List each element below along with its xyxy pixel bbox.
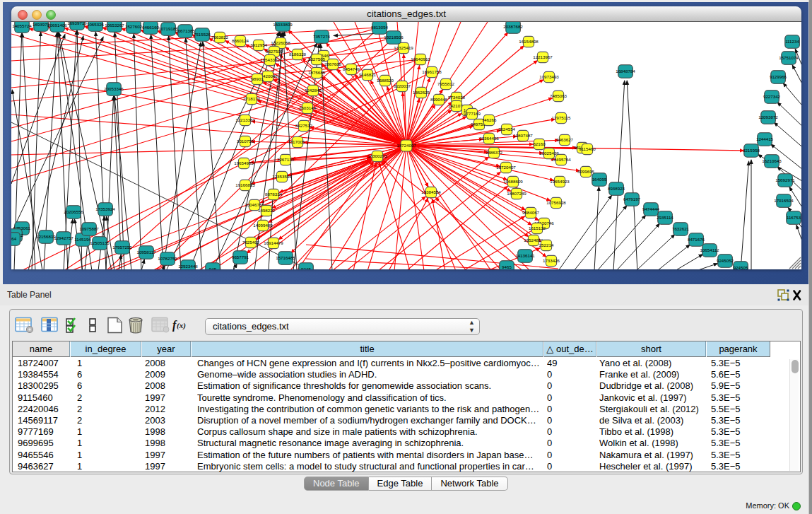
svg-text:7625402: 7625402 bbox=[242, 240, 260, 245]
svg-text:15692971: 15692971 bbox=[775, 177, 795, 182]
svg-text:8813054: 8813054 bbox=[371, 25, 389, 30]
svg-text:18807249: 18807249 bbox=[507, 191, 526, 196]
svg-text:19654923: 19654923 bbox=[550, 179, 570, 184]
svg-text:17353924: 17353924 bbox=[95, 206, 115, 211]
svg-text:12213363: 12213363 bbox=[235, 117, 255, 122]
svg-text:8878334: 8878334 bbox=[265, 192, 283, 197]
svg-text:17957255: 17957255 bbox=[112, 245, 132, 250]
svg-text:10688609: 10688609 bbox=[503, 179, 523, 184]
svg-text:1588520: 1588520 bbox=[377, 78, 394, 83]
svg-text:1615132: 1615132 bbox=[529, 226, 546, 230]
svg-text:20364436: 20364436 bbox=[479, 136, 499, 141]
svg-text:17016504: 17016504 bbox=[774, 198, 794, 203]
svg-text:3215958: 3215958 bbox=[743, 148, 760, 153]
svg-text:9245052: 9245052 bbox=[717, 258, 734, 263]
svg-text:16154808: 16154808 bbox=[519, 39, 539, 44]
svg-text:2867608: 2867608 bbox=[324, 62, 342, 66]
svg-text:13325419: 13325419 bbox=[394, 45, 413, 50]
svg-text:16543362: 16543362 bbox=[260, 57, 280, 62]
svg-text:8660124: 8660124 bbox=[232, 38, 249, 43]
svg-text:8990448: 8990448 bbox=[430, 97, 448, 102]
svg-text:15720407: 15720407 bbox=[496, 165, 516, 170]
svg-text:8471676: 8471676 bbox=[688, 237, 705, 242]
svg-text:7663822: 7663822 bbox=[211, 35, 229, 40]
svg-text:10782759: 10782759 bbox=[158, 256, 177, 261]
svg-text:14099489: 14099489 bbox=[253, 223, 273, 228]
svg-text:164: 164 bbox=[11, 236, 17, 241]
svg-text:7632621: 7632621 bbox=[672, 226, 690, 231]
svg-text:18300273: 18300273 bbox=[367, 153, 387, 158]
svg-text:8186328: 8186328 bbox=[289, 52, 307, 57]
svg-text:9227342: 9227342 bbox=[763, 94, 781, 99]
svg-text:14136141: 14136141 bbox=[515, 253, 535, 258]
svg-text:10025438: 10025438 bbox=[539, 151, 559, 156]
svg-text:20387682: 20387682 bbox=[503, 24, 523, 29]
svg-text:6099695: 6099695 bbox=[577, 169, 595, 174]
svg-text:1065326: 1065326 bbox=[87, 22, 105, 27]
svg-text:10756928: 10756928 bbox=[546, 200, 566, 205]
svg-text:9115460: 9115460 bbox=[579, 146, 596, 151]
svg-text:9734028: 9734028 bbox=[448, 95, 466, 100]
svg-text:12942757: 12942757 bbox=[54, 235, 73, 240]
svg-text:19384554: 19384554 bbox=[421, 189, 441, 194]
svg-text:3624554: 3624554 bbox=[498, 127, 516, 132]
svg-text:10653267: 10653267 bbox=[105, 23, 124, 28]
svg-text:9146821: 9146821 bbox=[359, 72, 377, 77]
svg-text:12505135: 12505135 bbox=[90, 240, 110, 245]
svg-text:9657791: 9657791 bbox=[232, 255, 249, 259]
svg-text:6466160: 6466160 bbox=[142, 25, 160, 30]
svg-text:12213967: 12213967 bbox=[533, 54, 553, 59]
svg-text:8427512: 8427512 bbox=[295, 123, 313, 128]
svg-text:10975887: 10975887 bbox=[79, 226, 99, 231]
svg-text:2603144: 2603144 bbox=[299, 105, 317, 110]
svg-text:10958117: 10958117 bbox=[136, 250, 156, 255]
svg-text:945: 945 bbox=[209, 267, 217, 269]
svg-text:7485063: 7485063 bbox=[550, 93, 567, 98]
svg-text:10807487: 10807487 bbox=[513, 133, 533, 138]
svg-text:18640910: 18640910 bbox=[411, 57, 430, 62]
svg-text:116753: 116753 bbox=[787, 215, 801, 220]
svg-text:164095: 164095 bbox=[592, 177, 607, 182]
svg-text:8938923: 8938923 bbox=[608, 186, 625, 191]
svg-text:16939719: 16939719 bbox=[67, 22, 87, 25]
svg-text:19166825: 19166825 bbox=[235, 182, 255, 187]
svg-text:924505: 924505 bbox=[734, 265, 748, 269]
svg-text:9245: 9245 bbox=[301, 267, 311, 269]
svg-text:7955812: 7955812 bbox=[437, 81, 455, 86]
svg-text:1145194: 1145194 bbox=[74, 237, 91, 242]
svg-text:1527602: 1527602 bbox=[125, 24, 143, 29]
svg-text:6479197: 6479197 bbox=[623, 197, 641, 201]
svg-text:7357274: 7357274 bbox=[313, 34, 331, 39]
svg-text:12156819: 12156819 bbox=[36, 234, 56, 239]
svg-text:1010755: 1010755 bbox=[237, 139, 254, 144]
svg-text:20053346: 20053346 bbox=[104, 86, 124, 91]
svg-text:15716485: 15716485 bbox=[276, 255, 295, 260]
svg-text:7515526: 7515526 bbox=[194, 32, 211, 37]
svg-text:16848784: 16848784 bbox=[616, 69, 635, 74]
svg-text:2935114: 2935114 bbox=[657, 215, 673, 220]
svg-text:16961758: 16961758 bbox=[422, 69, 442, 74]
svg-text:1733426: 1733426 bbox=[543, 258, 560, 263]
svg-text:8454749: 8454749 bbox=[343, 66, 360, 71]
svg-text:9463627: 9463627 bbox=[556, 137, 574, 142]
svg-text:9465: 9465 bbox=[502, 264, 512, 269]
svg-text:19654985: 19654985 bbox=[234, 160, 254, 165]
svg-text:10654112: 10654112 bbox=[700, 247, 719, 252]
svg-text:13226058: 13226058 bbox=[271, 40, 290, 45]
svg-text:9777169: 9777169 bbox=[464, 111, 481, 116]
svg-text:9474444: 9474444 bbox=[642, 206, 660, 211]
svg-text:10973493: 10973493 bbox=[539, 74, 559, 79]
svg-text:1244415: 1244415 bbox=[756, 136, 774, 141]
svg-text:16914479: 16914479 bbox=[264, 240, 283, 245]
svg-text:12353594: 12353594 bbox=[272, 174, 292, 179]
svg-text:(x): (x) bbox=[177, 321, 186, 330]
svg-text:252214: 252214 bbox=[539, 243, 554, 247]
svg-text:2718170: 2718170 bbox=[243, 96, 261, 101]
svg-text:9129966: 9129966 bbox=[770, 74, 787, 79]
svg-text:9684067: 9684067 bbox=[522, 210, 540, 215]
svg-text:16671385: 16671385 bbox=[175, 28, 195, 33]
svg-text:746266: 746266 bbox=[482, 117, 497, 122]
svg-text:62160: 62160 bbox=[533, 141, 546, 146]
svg-text:3912954: 3912954 bbox=[250, 42, 268, 47]
svg-text:3267130: 3267130 bbox=[277, 157, 295, 162]
